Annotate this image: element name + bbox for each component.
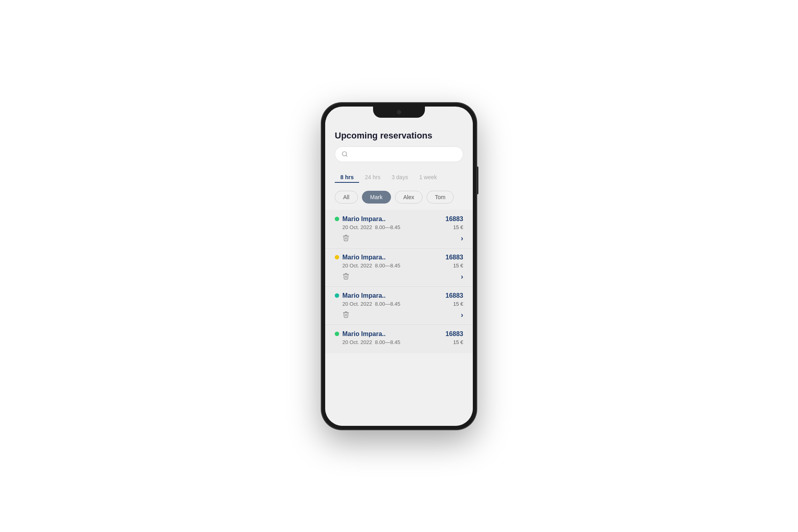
phone-notch bbox=[373, 107, 425, 118]
reservation-card: Mario Impara.. 16883 20 Oct. 2022 8.00—8… bbox=[325, 210, 473, 247]
phone-screen: Upcoming reservations 8 hrs 24 hrs 3 day… bbox=[325, 107, 473, 426]
reservation-id: 16883 bbox=[446, 254, 464, 261]
reservation-datetime: 20 Oct. 2022 8.00—8.45 bbox=[342, 224, 400, 230]
reservation-id: 16883 bbox=[446, 216, 464, 223]
app-content: Upcoming reservations 8 hrs 24 hrs 3 day… bbox=[325, 107, 473, 426]
reservation-name-row: Mario Impara.. bbox=[335, 292, 385, 299]
delete-icon[interactable] bbox=[342, 273, 350, 281]
page-header: Upcoming reservations bbox=[325, 123, 473, 167]
reservation-name: Mario Impara.. bbox=[342, 216, 385, 223]
reservation-card: Mario Impara.. 16883 20 Oct. 2022 8.00—8… bbox=[325, 248, 473, 285]
phone-device: Upcoming reservations 8 hrs 24 hrs 3 day… bbox=[321, 103, 477, 430]
reservation-details: 20 Oct. 2022 8.00—8.45 15 € bbox=[335, 224, 463, 230]
filter-chips: All Mark Alex Tom bbox=[325, 186, 473, 210]
status-dot-green bbox=[335, 332, 339, 336]
reservation-name-row: Mario Impara.. bbox=[335, 216, 385, 223]
reservation-id: 16883 bbox=[446, 330, 464, 338]
delete-icon[interactable] bbox=[342, 234, 350, 243]
delete-icon[interactable] bbox=[342, 311, 350, 320]
reservation-price: 15 € bbox=[453, 263, 463, 269]
reservation-datetime: 20 Oct. 2022 8.00—8.45 bbox=[342, 339, 400, 345]
reservation-price: 15 € bbox=[453, 339, 463, 345]
reservation-name-row: Mario Impara.. bbox=[335, 330, 385, 338]
tab-24hrs[interactable]: 24 hrs bbox=[359, 172, 386, 183]
search-icon bbox=[342, 151, 348, 157]
page-title: Upcoming reservations bbox=[335, 131, 463, 141]
status-dot-yellow bbox=[335, 255, 339, 259]
status-dot-green bbox=[335, 217, 339, 221]
reservation-name: Mario Impara.. bbox=[342, 254, 385, 261]
reservation-id: 16883 bbox=[446, 292, 464, 299]
reservations-list: Mario Impara.. 16883 20 Oct. 2022 8.00—8… bbox=[325, 210, 473, 426]
reservation-datetime: 20 Oct. 2022 8.00—8.45 bbox=[342, 263, 400, 269]
reservation-name: Mario Impara.. bbox=[342, 292, 385, 299]
front-camera bbox=[397, 110, 401, 114]
search-input[interactable] bbox=[351, 151, 456, 158]
time-tabs: 8 hrs 24 hrs 3 days 1 week bbox=[325, 167, 473, 186]
chip-tom[interactable]: Tom bbox=[427, 191, 454, 204]
chevron-right-icon[interactable]: › bbox=[461, 234, 463, 243]
reservation-card: Mario Impara.. 16883 20 Oct. 2022 8.00—8… bbox=[325, 287, 473, 324]
tab-8hrs[interactable]: 8 hrs bbox=[335, 172, 359, 183]
reservation-details: 20 Oct. 2022 8.00—8.45 15 € bbox=[335, 263, 463, 269]
reservation-name-row: Mario Impara.. bbox=[335, 254, 385, 261]
status-dot-teal bbox=[335, 293, 339, 298]
chevron-right-icon[interactable]: › bbox=[461, 311, 463, 319]
reservation-details: 20 Oct. 2022 8.00—8.45 15 € bbox=[335, 339, 463, 345]
reservation-top-row: Mario Impara.. 16883 bbox=[335, 330, 463, 338]
reservation-top-row: Mario Impara.. 16883 bbox=[335, 254, 463, 261]
chevron-right-icon[interactable]: › bbox=[461, 273, 463, 281]
reservation-details: 20 Oct. 2022 8.00—8.45 15 € bbox=[335, 301, 463, 307]
reservation-actions: › bbox=[335, 273, 463, 281]
reservation-name: Mario Impara.. bbox=[342, 330, 385, 338]
chip-all[interactable]: All bbox=[335, 191, 358, 204]
reservation-top-row: Mario Impara.. 16883 bbox=[335, 292, 463, 299]
reservation-datetime: 20 Oct. 2022 8.00—8.45 bbox=[342, 301, 400, 307]
reservation-price: 15 € bbox=[453, 224, 463, 230]
svg-line-1 bbox=[346, 155, 347, 156]
reservation-actions: › bbox=[335, 311, 463, 320]
reservation-top-row: Mario Impara.. 16883 bbox=[335, 216, 463, 223]
tab-1week[interactable]: 1 week bbox=[414, 172, 442, 183]
reservation-card: Mario Impara.. 16883 20 Oct. 2022 8.00—8… bbox=[325, 325, 473, 353]
reservation-price: 15 € bbox=[453, 301, 463, 307]
scene: Upcoming reservations 8 hrs 24 hrs 3 day… bbox=[0, 0, 798, 532]
chip-alex[interactable]: Alex bbox=[395, 191, 423, 204]
reservation-actions: › bbox=[335, 234, 463, 243]
search-bar[interactable] bbox=[335, 146, 463, 162]
chip-mark[interactable]: Mark bbox=[362, 191, 391, 204]
tab-3days[interactable]: 3 days bbox=[386, 172, 413, 183]
